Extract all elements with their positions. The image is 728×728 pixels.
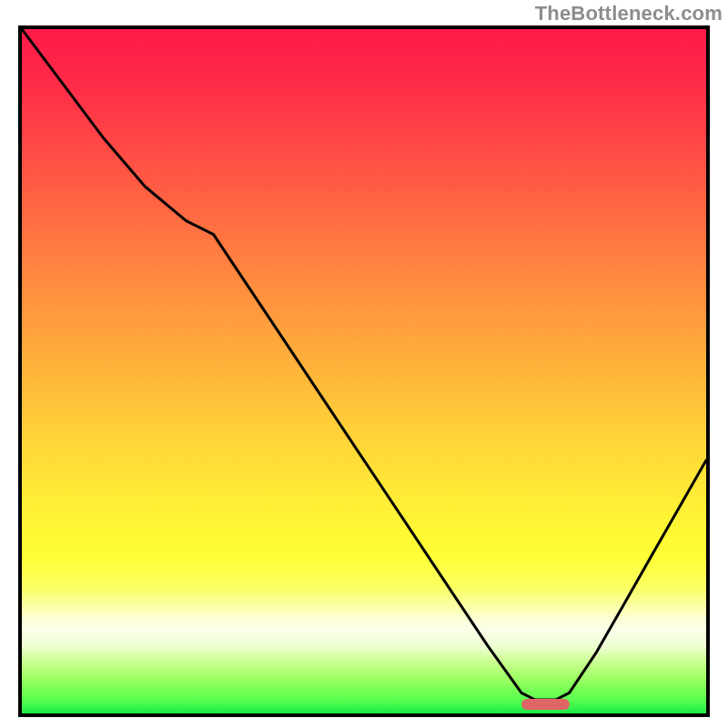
watermark-text: TheBottleneck.com	[535, 2, 723, 25]
chart-plot-area	[18, 25, 710, 717]
chart-marker	[521, 699, 570, 710]
chart-background-gradient	[22, 29, 706, 713]
